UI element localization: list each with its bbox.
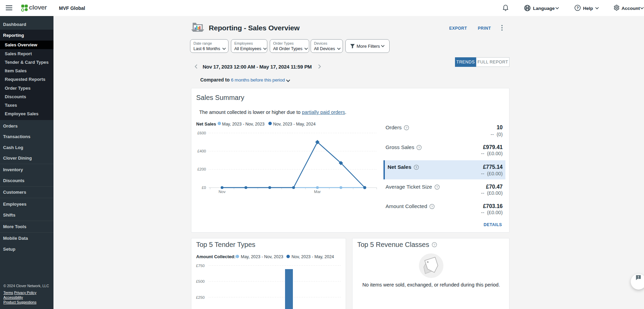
svg-text:?: ?: [577, 6, 579, 10]
svg-text:Nov: Nov: [219, 190, 226, 194]
svg-text:?: ?: [415, 165, 417, 169]
svg-text:Mar: Mar: [314, 190, 321, 194]
svg-text:£750: £750: [196, 264, 205, 268]
svg-text:?: ?: [431, 204, 433, 208]
svg-text:£250: £250: [196, 295, 205, 299]
svg-text:£0: £0: [202, 186, 206, 190]
svg-text:£600: £600: [197, 131, 206, 135]
svg-text:?: ?: [418, 145, 420, 149]
svg-text:?: ?: [434, 243, 435, 247]
svg-text:?: ?: [406, 126, 407, 129]
svg-text:£500: £500: [196, 279, 205, 283]
svg-text:?: ?: [436, 185, 438, 189]
svg-text:£400: £400: [197, 149, 206, 153]
svg-text:£200: £200: [197, 167, 206, 171]
